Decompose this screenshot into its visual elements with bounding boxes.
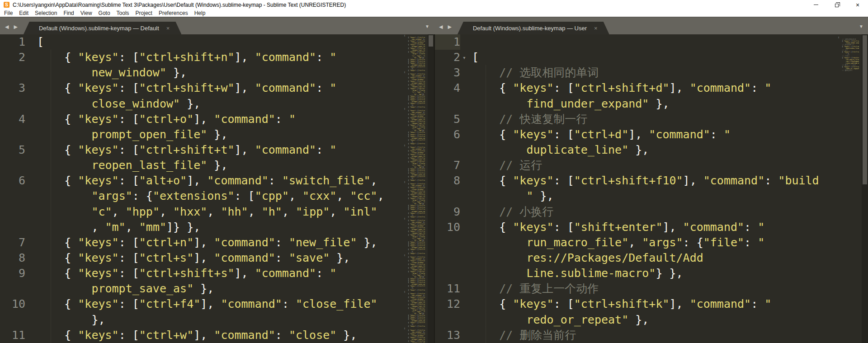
line-number[interactable]: 11 bbox=[0, 328, 25, 343]
line-number[interactable]: 4 bbox=[0, 112, 25, 127]
menu-item-project[interactable]: Project bbox=[132, 9, 156, 17]
code-row[interactable]: 12 { "keys": ["ctrl+shift+k"], "command"… bbox=[435, 296, 868, 312]
tab-scroll-right-button[interactable]: ▶ bbox=[14, 24, 17, 29]
code-row[interactable]: close_window" }, bbox=[0, 96, 434, 112]
code-row[interactable]: res://Packages/Default/Add bbox=[435, 250, 868, 266]
menu-item-selection[interactable]: Selection bbox=[32, 9, 60, 17]
minimap[interactable]: [ // 选取相同的单词 { "keys": ["ctrl+shift+d"],… bbox=[838, 35, 859, 343]
code-row[interactable]: " }, bbox=[435, 188, 868, 204]
line-number[interactable]: 11 bbox=[435, 281, 460, 296]
tab-close-icon[interactable]: × bbox=[594, 25, 598, 31]
menu-item-edit[interactable]: Edit bbox=[16, 9, 32, 17]
code-row[interactable]: , "m", "mm"]} }, bbox=[0, 220, 434, 235]
code-row[interactable]: 10 { "keys": ["shift+enter"], "command":… bbox=[435, 220, 868, 235]
line-number[interactable]: 5 bbox=[0, 142, 25, 158]
editor-left[interactable]: 1[2 { "keys": ["ctrl+shift+n"], "command… bbox=[0, 34, 434, 343]
code-row[interactable]: 6 { "keys": ["alt+o"], "command": "switc… bbox=[0, 173, 434, 188]
scrollbar[interactable] bbox=[862, 34, 868, 343]
tab-default-keymap[interactable]: Default (Windows).sublime-keymap — Defau… bbox=[24, 22, 181, 34]
line-number[interactable]: 1 bbox=[0, 34, 25, 50]
line-number[interactable]: 8 bbox=[435, 173, 460, 188]
code-text: // 小换行 bbox=[460, 204, 553, 220]
line-number[interactable]: 3 bbox=[435, 65, 460, 80]
code-row[interactable]: Line.sublime-macro"} }, bbox=[435, 266, 868, 281]
line-number[interactable]: 12 bbox=[435, 296, 460, 312]
code-row[interactable]: prompt_save_as" }, bbox=[0, 281, 434, 296]
line-number[interactable]: 7 bbox=[435, 158, 460, 173]
code-row[interactable]: new_window" }, bbox=[0, 65, 434, 80]
code-row[interactable]: 5 // 快速复制一行 bbox=[435, 112, 868, 127]
menu-item-view[interactable]: View bbox=[77, 9, 95, 17]
tab-scroll-left-button[interactable]: ◀ bbox=[5, 24, 9, 29]
line-number[interactable]: 6 bbox=[435, 127, 460, 142]
overflow-menu-button[interactable]: ▼ bbox=[425, 24, 429, 29]
code-row[interactable]: run_macro_file", "args": {"file": " bbox=[435, 235, 868, 250]
menu-item-preferences[interactable]: Preferences bbox=[156, 9, 191, 17]
code-row[interactable]: redo_or_repeat" }, bbox=[435, 312, 868, 328]
line-number[interactable]: 10 bbox=[435, 220, 460, 235]
code-row[interactable]: 1[ bbox=[0, 34, 434, 50]
tab-scroll-left-button[interactable]: ◀ bbox=[439, 24, 443, 29]
line-number[interactable]: 5 bbox=[435, 112, 460, 127]
line-number[interactable]: 7 bbox=[0, 235, 25, 250]
tab-close-icon[interactable]: × bbox=[166, 25, 170, 31]
menu-item-file[interactable]: File bbox=[1, 9, 16, 17]
close-button[interactable]: × bbox=[847, 0, 868, 9]
code-row[interactable]: 6 { "keys": ["ctrl+d"], "command": " bbox=[435, 127, 868, 142]
code-row[interactable]: reopen_last_file" }, bbox=[0, 158, 434, 173]
menu-item-find[interactable]: Find bbox=[60, 9, 77, 17]
code-row[interactable]: 5 { "keys": ["ctrl+shift+t"], "command":… bbox=[0, 142, 434, 158]
line-number[interactable]: 13 bbox=[435, 328, 460, 343]
code-row[interactable]: 1 bbox=[435, 34, 868, 50]
line-number[interactable]: 2 bbox=[435, 50, 460, 65]
code-row[interactable]: find_under_expand" }, bbox=[435, 96, 868, 112]
code-row[interactable]: 11 // 重复上一个动作 bbox=[435, 281, 868, 296]
menu-item-help[interactable]: Help bbox=[191, 9, 209, 17]
line-number[interactable]: 2 bbox=[0, 50, 25, 65]
code-row[interactable]: 10 { "keys": ["ctrl+f4"], "command": "cl… bbox=[0, 296, 434, 312]
scrollbar-thumb[interactable] bbox=[863, 35, 867, 184]
code-row[interactable]: 11 { "keys": ["ctrl+w"], "command": "clo… bbox=[0, 328, 434, 343]
code-row[interactable]: duplicate_line" }, bbox=[435, 142, 868, 158]
line-number[interactable]: 4 bbox=[435, 80, 460, 96]
code-row[interactable]: 4 { "keys": ["ctrl+shift+d"], "command":… bbox=[435, 80, 868, 96]
code-row[interactable]: 7 { "keys": ["ctrl+n"], "command": "new_… bbox=[0, 235, 434, 250]
code-row[interactable]: prompt_open_file" }, bbox=[0, 127, 434, 142]
code-row[interactable]: }, bbox=[0, 312, 434, 328]
code-row[interactable]: 8 { "keys": ["ctrl+s"], "command": "save… bbox=[0, 250, 434, 266]
overflow-menu-button[interactable]: ▼ bbox=[859, 24, 863, 29]
tab-user-keymap[interactable]: Default (Windows).sublime-keymap — User … bbox=[458, 22, 609, 34]
line-number[interactable]: 8 bbox=[0, 250, 25, 266]
fold-arrow-icon[interactable]: ▾ bbox=[462, 50, 466, 65]
scrollbar[interactable] bbox=[428, 34, 434, 343]
line-number[interactable]: 9 bbox=[0, 266, 25, 281]
line-number[interactable]: 3 bbox=[0, 80, 25, 96]
code-row[interactable]: 7 // 运行 bbox=[435, 158, 868, 173]
tab-scroll-right-button[interactable]: ▶ bbox=[448, 24, 451, 29]
line-number[interactable]: 10 bbox=[0, 296, 25, 312]
menu-item-goto[interactable]: Goto bbox=[95, 9, 113, 17]
code-row[interactable]: 4 { "keys": ["ctrl+o"], "command": " bbox=[0, 112, 434, 127]
close-icon: × bbox=[856, 2, 859, 8]
line-number[interactable]: 6 bbox=[0, 173, 25, 188]
code-row[interactable]: 8 { "keys": ["ctrl+shift+f10"], "command… bbox=[435, 173, 868, 188]
code-row[interactable]: "args": {"extensions": ["cpp", "cxx", "c… bbox=[0, 188, 434, 204]
minimap[interactable]: [ { "keys": ["ctrl+shift+n"], "command":… bbox=[404, 35, 425, 343]
code-row[interactable]: "c", "hpp", "hxx", "hh", "h", "ipp", "in… bbox=[0, 204, 434, 220]
restore-button[interactable] bbox=[826, 0, 847, 9]
minimize-button[interactable] bbox=[806, 0, 826, 9]
code-row[interactable]: 2▾[ bbox=[435, 50, 868, 65]
line-number[interactable]: 1 bbox=[435, 34, 460, 50]
code-row[interactable]: 13 // 删除当前行 bbox=[435, 328, 868, 343]
line-number[interactable]: 9 bbox=[435, 204, 460, 220]
code-row[interactable]: 9 // 小换行 bbox=[435, 204, 868, 220]
code-row[interactable]: 3 // 选取相同的单词 bbox=[435, 65, 868, 80]
code-row[interactable]: 3 { "keys": ["ctrl+shift+w"], "command":… bbox=[0, 80, 434, 96]
scrollbar-thumb[interactable] bbox=[429, 35, 433, 47]
menu-item-tools[interactable]: Tools bbox=[113, 9, 132, 17]
code-area[interactable]: 1[2 { "keys": ["ctrl+shift+n"], "command… bbox=[0, 34, 434, 343]
code-row[interactable]: 9 { "keys": ["ctrl+shift+s"], "command":… bbox=[0, 266, 434, 281]
editor-right[interactable]: 12▾[3 // 选取相同的单词4 { "keys": ["ctrl+shift… bbox=[434, 34, 868, 343]
code-row[interactable]: 2 { "keys": ["ctrl+shift+n"], "command":… bbox=[0, 50, 434, 65]
code-area[interactable]: 12▾[3 // 选取相同的单词4 { "keys": ["ctrl+shift… bbox=[435, 34, 868, 343]
